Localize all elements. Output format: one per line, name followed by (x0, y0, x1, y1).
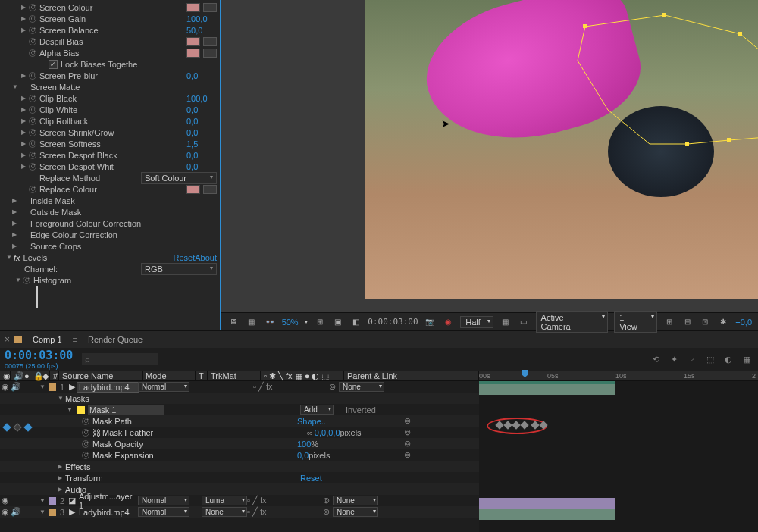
speaker-icon[interactable]: 🔊 (11, 507, 21, 517)
timeline-graph[interactable]: 00s05s10s15s2 (479, 371, 758, 532)
zoom-value[interactable]: 50% (282, 318, 299, 327)
add-keyframe-icon[interactable] (13, 423, 21, 431)
twirl-icon[interactable]: ▼ (58, 395, 65, 402)
prop-value[interactable]: 100 (297, 440, 311, 449)
inverted-label[interactable]: Inverted (346, 405, 376, 415)
stopwatch-icon[interactable]: ⏱ (29, 186, 36, 193)
stopwatch-icon[interactable]: ⏱ (29, 49, 36, 57)
draft3d-icon[interactable]: ✦ (667, 352, 681, 366)
frame-blend-icon[interactable]: ⬚ (703, 352, 717, 366)
twirl-icon[interactable]: ▼ (15, 277, 23, 283)
twirl-icon[interactable]: ▶ (12, 243, 20, 249)
mask-icon[interactable]: ◧ (349, 316, 362, 328)
layer-bar-2[interactable] (479, 498, 615, 509)
color-swatch[interactable] (186, 3, 200, 12)
twirl-icon[interactable]: ▼ (39, 383, 47, 390)
col-t[interactable]: T (196, 371, 208, 380)
twirl-icon[interactable]: ▶ (21, 106, 29, 113)
col-speaker[interactable]: 🔊 (11, 371, 21, 380)
prop-value[interactable]: Shape... (297, 417, 328, 426)
expression-pickwhip-icon[interactable]: ⊚ (404, 427, 411, 437)
pickwhip-icon[interactable]: ⊚ (323, 507, 330, 517)
col-mode[interactable]: Mode (143, 371, 196, 380)
twirl-icon[interactable]: ▶ (21, 95, 29, 102)
twirl-icon[interactable]: ▶ (21, 15, 29, 22)
expression-pickwhip-icon[interactable]: ⊚ (404, 439, 411, 449)
prop-value[interactable]: 50,0 (186, 26, 217, 35)
twirl-icon[interactable]: ▶ (21, 140, 29, 147)
stopwatch-icon[interactable]: ⏱ (29, 4, 36, 11)
col-lock[interactable]: 🔒 (30, 371, 39, 380)
keyframes[interactable] (496, 422, 547, 428)
twirl-icon[interactable]: ▶ (58, 463, 65, 470)
eyedropper-icon[interactable] (203, 37, 217, 46)
safe-icon[interactable]: ▣ (332, 316, 344, 328)
eye-icon[interactable]: ◉ (0, 382, 11, 392)
tab-menu-icon[interactable]: ≡ (73, 335, 77, 344)
camera-select[interactable]: Active Camera (536, 311, 609, 333)
prop-value[interactable]: 0,0 (186, 105, 217, 114)
parent-select[interactable]: None (333, 507, 378, 517)
layer-color[interactable] (49, 497, 56, 505)
prop-value[interactable]: 0,0 (186, 128, 217, 137)
tab-comp1[interactable]: Comp 1 (27, 333, 68, 346)
viewer-time[interactable]: 0:00:03:00 (368, 317, 418, 327)
prop-value[interactable]: 0,0 (186, 117, 217, 126)
prop-value2[interactable]: 0,0 (328, 428, 340, 437)
stopwatch-icon[interactable]: ⏱ (29, 15, 36, 23)
composition-flow-icon[interactable]: ⟲ (649, 352, 662, 366)
pickwhip-icon[interactable]: ⊚ (323, 496, 330, 505)
twirl-icon[interactable]: ▶ (12, 208, 20, 215)
stopwatch-icon[interactable]: ⏱ (29, 140, 36, 148)
goggles-icon[interactable]: 👓 (264, 316, 276, 328)
prop-value[interactable]: 0,0 (315, 428, 326, 437)
v3-icon[interactable]: ⊡ (700, 316, 712, 328)
trkmat-select[interactable]: None (202, 507, 247, 517)
col-switches[interactable]: ▫ ✱ ╲ fx ▦ ● ◐ ⬚ (261, 371, 344, 380)
layer-color[interactable] (49, 509, 56, 516)
prop-value[interactable]: 1,5 (186, 139, 217, 149)
select[interactable]: Soft Colour (141, 172, 217, 184)
stopwatch-icon[interactable]: ⏱ (29, 152, 36, 159)
twirl-icon[interactable]: ▶ (21, 27, 29, 33)
col-label[interactable]: ◆ (39, 371, 50, 380)
mask-mode-select[interactable]: Add (300, 405, 334, 415)
tab-render-queue[interactable]: Render Queue (82, 333, 149, 346)
twirl-icon[interactable]: ▶ (21, 4, 29, 11)
trkmat-select[interactable]: Luma (202, 496, 247, 505)
stopwatch-icon[interactable]: ⏱ (29, 129, 36, 136)
eyedropper-icon[interactable] (203, 49, 217, 58)
quality-select[interactable]: Half (460, 316, 493, 328)
stopwatch-icon[interactable]: ⏱ (29, 106, 36, 114)
mask-name[interactable]: Mask 1 (88, 405, 164, 415)
color-swatch[interactable] (186, 49, 200, 58)
expression-pickwhip-icon[interactable]: ⊚ (404, 450, 411, 460)
stopwatch-icon[interactable]: ⏱ (29, 38, 36, 45)
mode-select[interactable]: Normal (138, 507, 190, 517)
prop-value[interactable]: 100,0 (186, 14, 217, 23)
twirl-icon[interactable]: ▶ (58, 474, 65, 481)
playhead[interactable] (525, 371, 525, 532)
stopwatch-icon[interactable]: ⏱ (29, 27, 36, 34)
layer-bar-3[interactable] (479, 509, 615, 520)
twirl-icon[interactable]: ▶ (21, 163, 29, 170)
twirl-icon[interactable]: ▶ (21, 152, 29, 158)
display-icon[interactable]: 🖥 (227, 316, 240, 328)
motion-blur-icon[interactable]: ◐ (722, 352, 735, 366)
switches[interactable]: ▫ ╱ fx (247, 496, 277, 505)
link-icon[interactable]: ⛓ (92, 428, 101, 437)
checkbox[interactable]: ✓ (49, 60, 58, 69)
twirl-icon[interactable]: ▼ (67, 406, 74, 413)
time-ruler[interactable]: 00s05s10s15s2 (479, 371, 758, 381)
stopwatch-icon[interactable]: ⏱ (29, 117, 36, 125)
pickwhip-icon[interactable]: ⊚ (329, 382, 336, 392)
mode-select[interactable]: Normal (138, 382, 190, 392)
stopwatch-icon[interactable]: ⏱ (82, 440, 89, 448)
twirl-icon[interactable]: ▶ (21, 129, 29, 136)
col-parent[interactable]: Parent & Link (344, 371, 479, 380)
search-input[interactable] (82, 353, 158, 365)
transparency-icon[interactable]: ▦ (500, 316, 512, 328)
eyedropper-icon[interactable] (203, 185, 217, 194)
eyedropper-icon[interactable] (203, 3, 217, 12)
twirl-icon[interactable]: ▶ (12, 231, 20, 238)
